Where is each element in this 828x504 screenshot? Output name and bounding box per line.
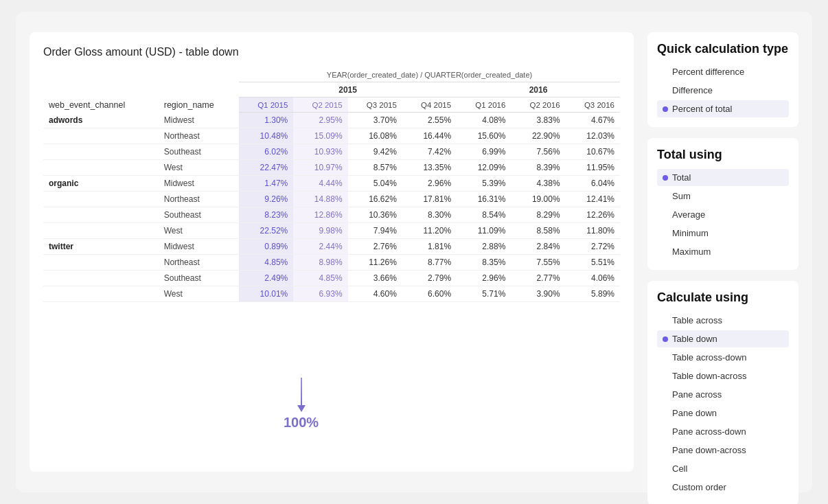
arrow-line <box>301 378 302 405</box>
cell-channel <box>43 255 159 271</box>
cell-value-0: 1.30% <box>239 113 293 128</box>
cell-region: Southeast <box>159 271 239 286</box>
cell-value-6: 11.80% <box>566 223 620 239</box>
option-label: Table across-down <box>672 352 746 363</box>
cell-value-2: 9.42% <box>348 144 402 160</box>
calc-using-option-1[interactable]: Table down <box>657 330 789 347</box>
quarter-header-q32016: Q3 2016 <box>566 98 620 113</box>
data-table: YEAR(order_created_date) / QUARTER(order… <box>43 68 620 302</box>
cell-value-5: 7.56% <box>511 144 565 160</box>
cell-channel: organic <box>43 176 159 192</box>
selected-dot <box>663 175 668 181</box>
cell-value-0: 6.02% <box>239 144 293 160</box>
total-using-option-0[interactable]: Total <box>657 169 789 186</box>
cell-value-5: 8.29% <box>511 207 565 223</box>
calc-using-option-7[interactable]: Pane down-across <box>657 442 789 459</box>
dot-placeholder <box>663 448 668 453</box>
selected-dot <box>663 336 668 342</box>
total-using-option-4[interactable]: Maximum <box>657 243 789 260</box>
calc-using-option-4[interactable]: Pane across <box>657 386 789 403</box>
calc-using-option-8[interactable]: Cell <box>657 460 789 477</box>
total-using-option-2[interactable]: Average <box>657 206 789 223</box>
dot-placeholder <box>663 355 668 360</box>
cell-channel <box>43 160 159 176</box>
cell-value-1: 2.95% <box>293 113 347 128</box>
option-label: Pane across-down <box>672 426 746 437</box>
dot-placeholder <box>663 212 668 218</box>
cell-value-1: 8.98% <box>293 255 347 271</box>
cell-value-1: 4.44% <box>293 176 347 192</box>
quick-calc-option-1[interactable]: Difference <box>657 82 789 99</box>
cell-value-2: 7.94% <box>348 223 402 239</box>
calc-using-option-5[interactable]: Pane down <box>657 404 789 422</box>
cell-value-6: 5.51% <box>566 255 620 271</box>
cell-value-6: 2.72% <box>566 239 620 255</box>
calc-using-option-3[interactable]: Table down-across <box>657 367 789 385</box>
year-header-2015: 2015 <box>239 82 457 98</box>
quick-calc-option-0[interactable]: Percent difference <box>657 63 789 80</box>
cell-region: West <box>159 160 239 176</box>
cell-region: West <box>159 286 239 302</box>
option-label: Table down-across <box>672 371 746 381</box>
table-row: Northeast9.26%14.88%16.62%17.81%16.31%19… <box>43 192 620 207</box>
cell-value-3: 2.96% <box>402 176 457 192</box>
calc-using-option-0[interactable]: Table across <box>657 312 789 329</box>
total-using-option-3[interactable]: Minimum <box>657 225 789 242</box>
quarter-header-q42015: Q4 2015 <box>402 98 457 113</box>
cell-value-5: 22.90% <box>511 128 565 144</box>
cell-value-0: 8.23% <box>239 207 293 223</box>
quick-calc-option-2[interactable]: Percent of total <box>657 100 789 117</box>
left-panel: Order Gloss amount (USD) - table down YE… <box>30 32 634 472</box>
cell-value-2: 10.36% <box>348 207 402 223</box>
quick-calc-section: Quick calculation type Percent differenc… <box>647 32 798 127</box>
calc-using-option-2[interactable]: Table across-down <box>657 349 789 366</box>
cell-value-4: 4.08% <box>457 113 511 128</box>
cell-channel <box>43 223 159 239</box>
cell-value-0: 9.26% <box>239 192 293 207</box>
cell-channel <box>43 271 159 286</box>
cell-value-4: 2.96% <box>457 271 511 286</box>
calc-using-option-6[interactable]: Pane across-down <box>657 423 789 440</box>
cell-value-4: 16.31% <box>457 192 511 207</box>
quarter-header-q12015: Q1 2015 <box>239 98 293 113</box>
cell-value-5: 19.00% <box>511 192 565 207</box>
table-row: Northeast4.85%8.98%11.26%8.77%8.35%7.55%… <box>43 255 620 271</box>
table-row: Southeast6.02%10.93%9.42%7.42%6.99%7.56%… <box>43 144 620 160</box>
total-using-title: Total using <box>657 148 789 162</box>
cell-value-2: 8.57% <box>348 160 402 176</box>
cell-value-4: 2.88% <box>457 239 511 255</box>
cell-value-6: 12.03% <box>566 128 620 144</box>
cell-value-0: 4.85% <box>239 255 293 271</box>
calc-using-option-9[interactable]: Custom order <box>657 479 789 496</box>
quick-calc-title: Quick calculation type <box>657 42 789 56</box>
cell-value-1: 12.86% <box>293 207 347 223</box>
cell-value-2: 16.08% <box>348 128 402 144</box>
quarter-header-q22015: Q2 2015 <box>293 98 347 113</box>
cell-value-0: 0.89% <box>239 239 293 255</box>
cell-value-0: 2.49% <box>239 271 293 286</box>
cell-value-0: 22.47% <box>239 160 293 176</box>
cell-region: Northeast <box>159 192 239 207</box>
option-label: Cell <box>672 463 687 474</box>
cell-channel <box>43 286 159 302</box>
total-using-option-1[interactable]: Sum <box>657 187 789 205</box>
cell-value-6: 5.89% <box>566 286 620 302</box>
cell-value-2: 3.70% <box>348 113 402 128</box>
cell-value-1: 10.97% <box>293 160 347 176</box>
dot-placeholder <box>663 69 668 75</box>
cell-value-3: 6.60% <box>402 286 457 302</box>
cell-value-6: 10.67% <box>566 144 620 160</box>
cell-channel <box>43 207 159 223</box>
cell-value-4: 5.71% <box>457 286 511 302</box>
table-row: Southeast2.49%4.85%3.66%2.79%2.96%2.77%4… <box>43 271 620 286</box>
arrow-label: 100% <box>284 415 319 431</box>
cell-value-3: 2.79% <box>402 271 457 286</box>
table-row: adwordsMidwest1.30%2.95%3.70%2.55%4.08%3… <box>43 113 620 128</box>
selected-dot <box>663 106 668 112</box>
dot-placeholder <box>663 231 668 236</box>
option-label: Percent difference <box>672 67 744 77</box>
option-label: Total <box>672 172 691 183</box>
quick-calc-list: Percent differenceDifferencePercent of t… <box>657 63 789 117</box>
table-row: Southeast8.23%12.86%10.36%8.30%8.54%8.29… <box>43 207 620 223</box>
cell-value-2: 2.76% <box>348 239 402 255</box>
